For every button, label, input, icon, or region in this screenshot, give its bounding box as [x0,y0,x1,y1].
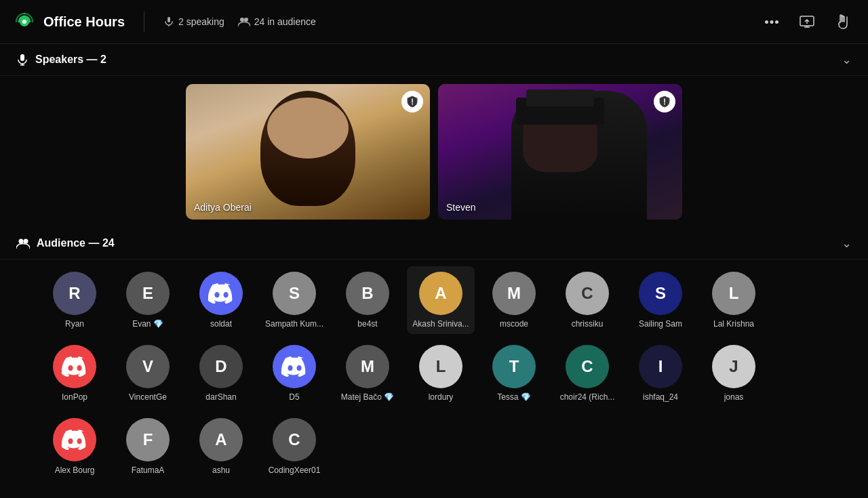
raise-hand-button[interactable] [830,9,854,34]
member-name: darShan [205,392,236,402]
member-name: Evan 💎 [132,319,163,329]
audience-section-icon [16,238,30,249]
avatar [53,418,96,461]
audience-member-11[interactable]: IonPop [41,339,108,407]
member-name: CodingXeer01 [269,465,321,475]
member-name: FatumaA [132,465,165,475]
audience-member-20[interactable]: Jjonas [700,339,768,407]
speakers-grid: Aditya Oberai Steven [0,76,868,228]
avatar: C [566,272,609,315]
speakers-section: Speakers — 2 ⌄ Aditya Oberai [0,44,868,228]
svg-point-1 [22,20,26,24]
avatar: C [566,345,609,388]
avatar: J [712,345,755,388]
member-name: D5 [289,392,299,402]
audience-title: Audience — 24 [16,237,115,249]
audience-member-3[interactable]: soldat [187,266,255,334]
member-name: IonPop [62,392,87,402]
member-name: choir24 (Rich... [560,392,615,402]
audience-member-16[interactable]: Llordury [407,339,475,407]
avatar: T [492,345,536,388]
svg-point-5 [244,18,248,22]
avatar: M [346,345,389,388]
header-meta: 2 speaking 24 in audience [163,16,316,27]
mic-icon [163,16,174,27]
member-name: Lal Krishna [713,319,754,329]
avatar: R [53,272,96,315]
audience-header: Audience — 24 ⌄ [0,228,868,260]
member-name: Sailing Sam [639,319,682,329]
avatar: D [199,345,243,388]
audience-member-24[interactable]: CCodingXeer01 [260,413,328,480]
audience-member-5[interactable]: Bbe4st [334,266,401,334]
speakers-header: Speakers — 2 ⌄ [0,44,868,76]
svg-point-8 [775,20,778,24]
speaker-name-steven: Steven [446,202,476,213]
audience-member-10[interactable]: LLal Krishna [700,266,768,334]
svg-point-4 [240,18,244,22]
member-name: VincentGe [129,392,167,402]
more-dots-icon [765,20,778,24]
avatar: A [419,272,462,315]
audience-member-18[interactable]: Cchoir24 (Rich... [553,339,621,407]
audience-member-6[interactable]: AAkash Sriniva... [407,266,475,334]
avatar: L [712,272,755,315]
member-name: ashu [212,465,230,475]
member-name: Alex Bourg [55,465,95,475]
logo-icon [14,11,35,33]
audience-member-4[interactable]: SSampath Kum... [260,266,328,334]
avatar: C [273,418,316,461]
avatar: A [199,418,243,461]
more-options-button[interactable] [760,9,784,34]
audience-member-21[interactable]: Alex Bourg [41,413,108,480]
audience-member-13[interactable]: DdarShan [187,339,255,407]
audience-member-22[interactable]: FFatumaA [114,413,182,480]
svg-rect-2 [167,17,170,22]
header-divider [144,12,144,32]
speakers-title: Speakers — 2 [16,54,106,66]
app-title: Office Hours [43,14,125,30]
speaking-count: 2 speaking [163,16,224,27]
avatar [273,345,316,388]
header-right [760,9,854,34]
avatar [199,272,243,315]
audience-member-8[interactable]: Cchrissiku [553,266,621,334]
audience-count-header: 24 in audience [238,16,316,27]
audience-collapse-button[interactable]: ⌄ [842,236,852,251]
member-name: Ryan [65,319,84,329]
screen-share-button[interactable] [795,9,819,34]
audience-icon [238,16,250,27]
member-name: soldat [210,319,232,329]
avatar: F [126,418,170,461]
audience-member-1[interactable]: RRyan [41,266,108,334]
member-name: chrissiku [572,319,604,329]
audience-member-19[interactable]: Iishfaq_24 [627,339,694,407]
speaker-badge-steven [654,91,675,112]
svg-rect-13 [20,54,24,61]
audience-member-12[interactable]: VVincentGe [114,339,182,407]
moderator-shield-icon [406,96,418,108]
speakers-collapse-button[interactable]: ⌄ [842,52,852,67]
audience-member-15[interactable]: MMatej Bačo 💎 [334,339,401,407]
member-name: be4st [357,319,377,329]
avatar: E [126,272,170,315]
audience-member-23[interactable]: Aashu [187,413,255,480]
avatar: I [639,345,682,388]
audience-member-14[interactable]: D5 [260,339,328,407]
avatar: L [419,345,462,388]
svg-point-7 [770,20,774,24]
svg-point-17 [24,239,28,244]
svg-point-16 [19,239,24,244]
raise-hand-icon [835,14,850,29]
audience-member-17[interactable]: TTessa 💎 [480,339,548,407]
audience-member-2[interactable]: EEvan 💎 [114,266,182,334]
avatar: M [492,272,536,315]
speaker-card-steven[interactable]: Steven [438,84,682,220]
audience-member-7[interactable]: Mmscode [480,266,548,334]
member-name: ishfaq_24 [643,392,678,402]
avatar: B [346,272,389,315]
member-name: mscode [500,319,528,329]
speaker-card-aditya[interactable]: Aditya Oberai [186,84,430,220]
member-name: Sampath Kum... [265,319,323,329]
audience-member-9[interactable]: SSailing Sam [627,266,694,334]
